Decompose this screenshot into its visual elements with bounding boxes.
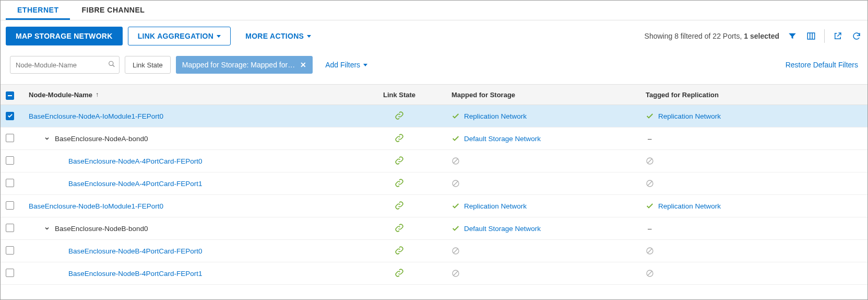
port-name-link: BaseEnclosure-NodeA-bond0 [55,135,148,143]
sort-ascending-icon: ↑ [96,91,99,98]
search-icon [108,61,115,70]
disabled-icon [646,179,654,188]
check-icon [451,224,460,233]
row-checkbox[interactable] [6,179,14,187]
svg-line-20 [648,271,652,275]
check-icon [646,202,654,210]
columns-icon[interactable] [805,30,817,42]
port-name-link[interactable]: BaseEnclosure-NodeB-4PortCard-FEPort1 [68,270,203,278]
link-state-icon [395,223,404,234]
filter-icon[interactable] [787,30,798,42]
port-name-link[interactable]: BaseEnclosure-NodeB-4PortCard-FEPort0 [68,247,203,255]
svg-line-12 [648,181,652,186]
tab-fibre-channel[interactable]: FIBRE CHANNEL [70,1,156,20]
link-aggregation-button[interactable]: LINK AGGREGATION [128,27,231,45]
disabled-icon [646,269,654,278]
link-state-icon [395,133,404,144]
row-checkbox[interactable] [6,112,14,120]
svg-line-4 [113,65,115,67]
svg-rect-0 [807,33,815,39]
table-row: BaseEnclosure-NodeA-4PortCard-FEPort1 [1,172,867,195]
divider [824,29,825,43]
refresh-icon[interactable] [851,30,862,42]
mapped-storage-link[interactable]: Default Storage Network [464,135,541,143]
row-checkbox[interactable] [6,134,14,142]
caret-down-icon [363,64,367,66]
table-row: BaseEnclosure-NodeA-IoModule1-FEPort0Rep… [1,105,867,128]
row-checkbox[interactable] [6,156,14,165]
select-all-checkbox[interactable] [6,91,14,100]
table-row: BaseEnclosure-NodeA-4PortCard-FEPort0 [1,150,867,172]
link-state-icon [395,111,404,122]
disabled-icon [451,179,460,188]
svg-line-18 [454,271,458,275]
link-aggregation-label: LINK AGGREGATION [138,32,214,40]
col-header-link-state[interactable]: Link State [347,91,451,99]
table-header: Node-Module-Name ↑ Link State Mapped for… [1,84,867,105]
disabled-icon [451,247,460,255]
row-checkbox[interactable] [6,269,14,277]
restore-default-filters-link[interactable]: Restore Default Filters [786,61,858,69]
export-icon[interactable] [832,30,843,42]
caret-down-icon [217,35,221,38]
check-icon [451,112,460,120]
port-name-link[interactable]: BaseEnclosure-NodeA-IoModule1-FEPort0 [29,112,163,120]
link-state-icon [395,201,404,212]
check-icon [451,134,460,143]
port-name-link: BaseEnclosure-NodeB-bond0 [55,225,148,233]
dash-icon: – [646,225,652,233]
dash-icon: – [646,135,652,143]
link-state-filter-button[interactable]: Link State [125,56,171,74]
mapped-storage-link[interactable]: Replication Network [464,202,527,210]
row-checkbox[interactable] [6,201,14,210]
col-header-name[interactable]: Node-Module-Name [29,91,92,99]
disabled-icon [451,157,460,165]
disabled-icon [646,247,654,255]
expand-toggle-icon[interactable] [43,225,51,232]
tagged-replication-link[interactable]: Replication Network [658,202,721,210]
port-name-link[interactable]: BaseEnclosure-NodeB-IoModule1-FEPort0 [29,202,163,210]
svg-line-6 [454,159,458,163]
table-row: BaseEnclosure-NodeB-4PortCard-FEPort0 [1,240,867,262]
mapped-for-storage-filter-chip[interactable]: Mapped for Storage: Mapped for… ✕ [176,56,313,74]
link-state-icon [395,268,404,279]
link-state-icon [395,246,404,257]
svg-point-3 [109,61,113,65]
caret-down-icon [307,35,311,38]
add-filters-button[interactable]: Add Filters [325,61,367,69]
chip-remove-icon[interactable]: ✕ [300,61,306,69]
disabled-icon [451,269,460,278]
search-input[interactable] [10,56,120,74]
check-icon [646,112,654,120]
expand-toggle-icon[interactable] [43,135,51,142]
ports-table: Node-Module-Name ↑ Link State Mapped for… [1,84,867,299]
add-filters-label: Add Filters [325,61,360,69]
map-storage-network-button[interactable]: MAP STORAGE NETWORK [6,27,123,45]
table-row: BaseEnclosure-NodeA-bond0Default Storage… [1,128,867,150]
filter-bar: Link State Mapped for Storage: Mapped fo… [1,52,867,84]
tab-ethernet[interactable]: ETHERNET [6,1,70,20]
svg-line-8 [648,159,652,163]
search-input-wrapper [10,56,120,74]
toolbar: MAP STORAGE NETWORK LINK AGGREGATION MOR… [1,20,867,52]
disabled-icon [646,157,654,165]
svg-line-16 [648,249,652,253]
check-icon [451,202,460,210]
tabs-bar: ETHERNET FIBRE CHANNEL [1,1,867,20]
svg-line-10 [454,181,458,186]
mapped-storage-link[interactable]: Default Storage Network [464,225,541,233]
mapped-storage-link[interactable]: Replication Network [464,112,527,120]
row-checkbox[interactable] [6,246,14,255]
col-header-tagged[interactable]: Tagged for Replication [646,91,862,99]
port-name-link[interactable]: BaseEnclosure-NodeA-4PortCard-FEPort0 [68,157,203,165]
port-name-link[interactable]: BaseEnclosure-NodeA-4PortCard-FEPort1 [68,180,203,188]
tagged-replication-link[interactable]: Replication Network [658,112,721,120]
link-state-icon [395,156,404,167]
more-actions-button[interactable]: MORE ACTIONS [236,27,320,45]
row-checkbox[interactable] [6,224,14,232]
link-state-icon [395,178,404,189]
svg-line-14 [454,249,458,253]
table-row: BaseEnclosure-NodeB-IoModule1-FEPort0Rep… [1,195,867,217]
col-header-mapped[interactable]: Mapped for Storage [451,91,646,99]
table-row: BaseEnclosure-NodeB-bond0Default Storage… [1,217,867,240]
